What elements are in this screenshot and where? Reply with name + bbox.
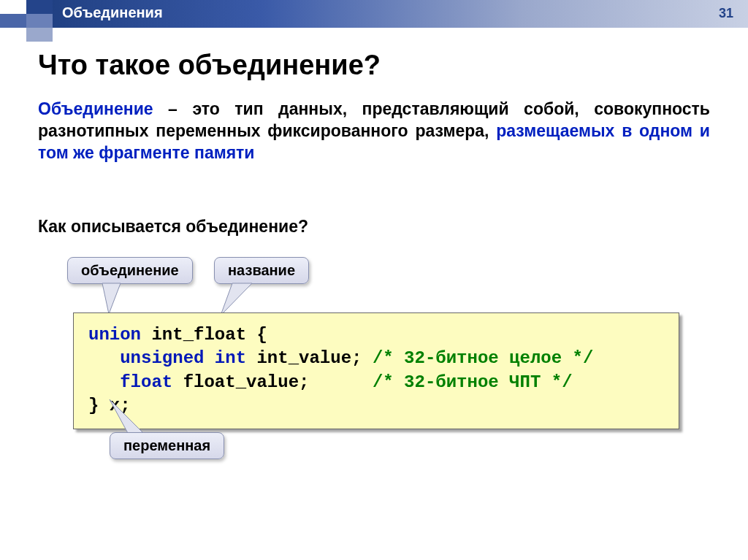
- slide-number: 31: [719, 6, 733, 21]
- code-kw-union: union: [88, 325, 141, 345]
- callout-name: название: [214, 257, 309, 284]
- callout-variable: переменная: [110, 432, 224, 459]
- code-comment2: /* 32-битное ЧПТ */: [373, 372, 573, 392]
- code-l1: int_float {: [141, 325, 267, 345]
- svg-marker-2: [110, 399, 145, 434]
- code-comment1: /* 32-битное целое */: [373, 348, 593, 368]
- code-kw-uint: unsigned int: [120, 348, 246, 368]
- code-indent3: [88, 372, 120, 392]
- code-l3: float_value;: [172, 372, 373, 392]
- header-decoration: [0, 0, 53, 28]
- code-indent2: [88, 348, 120, 368]
- page-title: Что такое объединение?: [38, 50, 381, 81]
- code-block: union int_float { unsigned int int_value…: [73, 312, 679, 429]
- code-kw-float: float: [120, 372, 172, 392]
- breadcrumb: Объединения: [62, 4, 163, 21]
- subheading: Как описывается объединение?: [38, 217, 308, 237]
- svg-marker-0: [102, 283, 121, 314]
- definition-term: Объединение: [38, 99, 153, 118]
- callout-union: объединение: [67, 257, 193, 284]
- code-l2: int_value;: [246, 348, 373, 368]
- definition-text: Объединение – это тип данных, представля…: [38, 99, 710, 164]
- svg-marker-1: [221, 283, 252, 315]
